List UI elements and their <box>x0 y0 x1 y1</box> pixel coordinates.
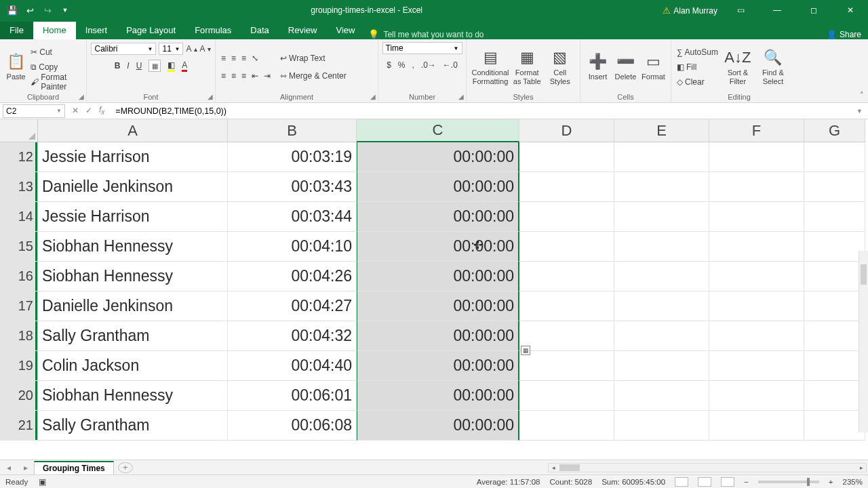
cell[interactable]: Jessie Harrison <box>38 202 228 232</box>
clear-button[interactable]: ◇Clear <box>677 75 718 89</box>
cell[interactable]: 00:00:00 <box>357 351 519 381</box>
increase-indent-icon[interactable]: ⇥ <box>264 69 271 83</box>
bold-button[interactable]: B <box>115 59 121 73</box>
cell[interactable]: 00:00:00 <box>357 291 519 321</box>
ribbon-options-icon[interactable]: ▭ <box>727 0 754 20</box>
tab-file[interactable]: File <box>0 22 33 39</box>
enter-formula-icon[interactable]: ✓ <box>85 106 92 115</box>
conditional-formatting-button[interactable]: ▤Conditional Formatting <box>472 45 509 89</box>
tab-view[interactable]: View <box>326 22 364 39</box>
zoom-slider[interactable] <box>758 481 819 483</box>
format-cells-button[interactable]: ▭Format <box>642 45 665 89</box>
cell[interactable]: 00:03:43 <box>228 172 357 202</box>
underline-button[interactable]: U <box>136 59 142 73</box>
cell[interactable] <box>709 321 804 351</box>
cell[interactable]: 00:03:44 <box>228 202 357 232</box>
cut-button[interactable]: ✂Cut <box>31 45 81 59</box>
cell[interactable] <box>709 411 804 441</box>
undo-icon[interactable]: ↩ <box>24 5 35 16</box>
save-icon[interactable]: 💾 <box>7 5 18 16</box>
cell[interactable] <box>614 262 709 291</box>
cell[interactable] <box>519 262 614 291</box>
macro-record-icon[interactable]: ▣ <box>39 477 46 487</box>
add-sheet-button[interactable]: + <box>118 462 133 473</box>
view-normal-icon[interactable] <box>675 477 688 487</box>
cell[interactable] <box>614 351 709 381</box>
cell[interactable]: 00:04:10 <box>228 232 357 262</box>
cell[interactable] <box>519 172 614 202</box>
tab-data[interactable]: Data <box>241 22 278 39</box>
font-dialog-icon[interactable]: ◢ <box>208 93 213 100</box>
col-header-c[interactable]: C <box>357 119 519 142</box>
paste-button[interactable]: 📋 Paste <box>5 45 26 89</box>
select-all-button[interactable] <box>0 119 38 142</box>
cell[interactable] <box>709 291 804 321</box>
zoom-level[interactable]: 235% <box>843 478 863 486</box>
cell[interactable] <box>519 351 614 381</box>
decrease-font-icon[interactable]: A▾ <box>200 42 211 56</box>
cell[interactable] <box>804 232 865 262</box>
cell[interactable]: Siobhan Hennessy <box>38 381 228 411</box>
row-header[interactable]: 15 <box>0 232 38 262</box>
row-header[interactable]: 14 <box>0 202 38 232</box>
cell[interactable] <box>614 232 709 262</box>
cell[interactable]: Danielle Jenkinson <box>38 291 228 321</box>
format-painter-button[interactable]: 🖌Format Painter <box>31 75 81 89</box>
cell[interactable]: 00:00:00 <box>357 321 519 351</box>
cell[interactable] <box>614 172 709 202</box>
qat-customize-icon[interactable]: ▼ <box>60 5 71 16</box>
copy-button[interactable]: ⧉Copy <box>31 60 81 74</box>
cell[interactable] <box>519 411 614 441</box>
cell[interactable] <box>804 321 865 351</box>
cell[interactable] <box>709 351 804 381</box>
row-header[interactable]: 16 <box>0 262 38 291</box>
tell-me[interactable]: 💡 <box>368 29 519 39</box>
autofill-options-icon[interactable]: ▦ <box>521 346 530 355</box>
cell[interactable] <box>519 142 614 172</box>
cell[interactable]: 00:06:08 <box>228 411 357 441</box>
cell[interactable] <box>519 202 614 232</box>
increase-decimal-icon[interactable]: .0→ <box>421 58 436 72</box>
align-bottom-icon[interactable]: ≡ <box>241 52 246 65</box>
align-top-icon[interactable]: ≡ <box>221 52 226 65</box>
row-header[interactable]: 20 <box>0 381 38 411</box>
cell[interactable] <box>804 291 865 321</box>
name-box[interactable]: C2▼ <box>3 104 65 118</box>
hscroll-right-icon[interactable]: ▸ <box>856 464 866 471</box>
sort-filter-button[interactable]: A↓ZSort & Filter <box>722 45 753 89</box>
zoom-in-icon[interactable]: + <box>829 478 833 486</box>
comma-format-icon[interactable]: , <box>412 58 414 72</box>
account-area[interactable]: ⚠Alan Murray <box>663 5 717 16</box>
zoom-out-icon[interactable]: − <box>744 478 749 486</box>
hscroll-left-icon[interactable]: ◂ <box>549 464 558 471</box>
col-header-e[interactable]: E <box>614 119 709 142</box>
tab-insert[interactable]: Insert <box>76 22 117 39</box>
fill-color-button[interactable]: ◧ <box>167 59 175 73</box>
cell[interactable]: Sally Grantham <box>38 411 228 441</box>
cell[interactable] <box>614 411 709 441</box>
row-header[interactable]: 21 <box>0 411 38 441</box>
row-header[interactable]: 19 <box>0 351 38 381</box>
cell[interactable] <box>519 381 614 411</box>
cell[interactable] <box>804 142 865 172</box>
cell[interactable]: 00:00:00 <box>357 411 519 441</box>
cell[interactable] <box>519 232 614 262</box>
number-format-dropdown[interactable]: Time▼ <box>382 42 462 54</box>
borders-button[interactable]: ▦ <box>149 59 161 73</box>
sheet-prev-icon[interactable]: ◂ <box>7 463 11 472</box>
increase-font-icon[interactable]: A▴ <box>186 42 197 56</box>
sheet-next-icon[interactable]: ▸ <box>24 463 28 472</box>
cell[interactable]: Jessie Harrison <box>38 142 228 172</box>
clipboard-dialog-icon[interactable]: ◢ <box>79 93 84 100</box>
view-pagebreak-icon[interactable] <box>721 477 734 487</box>
cell[interactable] <box>709 232 804 262</box>
cell[interactable] <box>614 321 709 351</box>
tab-home[interactable]: Home <box>33 22 76 39</box>
cell-styles-button[interactable]: ▧Cell Styles <box>546 45 575 89</box>
cell[interactable] <box>614 202 709 232</box>
view-pagelayout-icon[interactable] <box>698 477 711 487</box>
cell[interactable] <box>804 411 865 441</box>
maximize-icon[interactable]: ◻ <box>800 0 827 20</box>
format-as-table-button[interactable]: ▦Format as Table <box>513 45 542 89</box>
formula-input[interactable] <box>111 104 851 118</box>
